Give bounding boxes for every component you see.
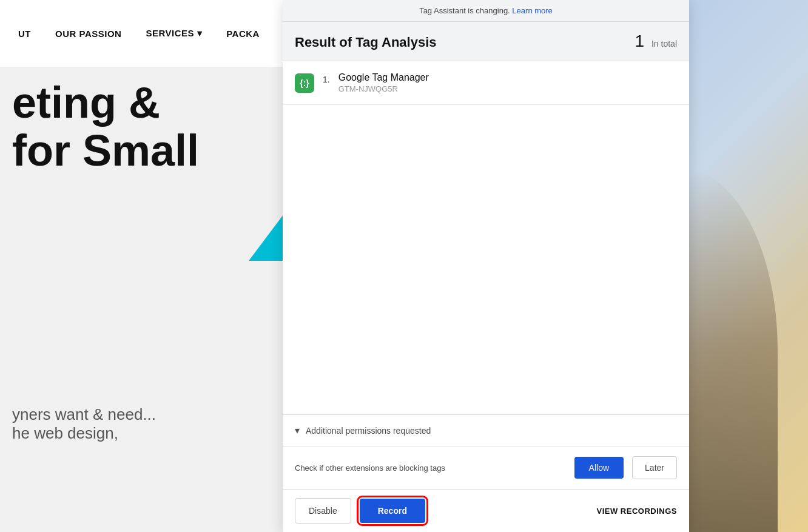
- tag-item[interactable]: {:} 1. Google Tag Manager GTM-NJWQG5R: [283, 61, 689, 105]
- banner-text: Tag Assistant is changing.: [419, 6, 510, 15]
- panel-count-label: In total: [651, 39, 677, 49]
- check-extensions-row: Check if other extensions are blocking t…: [283, 446, 689, 489]
- tag-assistant-panel: Tag Assistant is changing. Learn more Re…: [283, 0, 689, 532]
- tag-number: 1.: [323, 75, 330, 84]
- allow-button[interactable]: Allow: [574, 457, 624, 479]
- nav-item-ut[interactable]: UT: [18, 29, 31, 39]
- tag-name: Google Tag Manager: [338, 72, 429, 83]
- chevron-down-icon: ▾: [295, 425, 300, 436]
- panel-title-row: Result of Tag Analysis 1 In total: [283, 22, 689, 61]
- bottom-action-row: Disable Record VIEW RECORDINGS: [283, 489, 689, 532]
- permissions-label: Additional permissions requested: [306, 426, 431, 436]
- disable-button[interactable]: Disable: [295, 498, 351, 524]
- permissions-section[interactable]: ▾ Additional permissions requested: [283, 414, 689, 446]
- panel-count: 1: [635, 32, 644, 51]
- hero-sub2: he web design,: [12, 424, 199, 443]
- record-button[interactable]: Record: [360, 499, 425, 523]
- later-button[interactable]: Later: [632, 456, 677, 479]
- record-button-wrapper: Record: [360, 499, 425, 523]
- nav-item-passion[interactable]: OUR PASSION: [55, 29, 121, 39]
- hero-sub1: yners want & need...: [12, 405, 199, 424]
- check-extensions-text: Check if other extensions are blocking t…: [295, 463, 566, 473]
- tag-id: GTM-NJWQG5R: [338, 84, 429, 93]
- panel-title: Result of Tag Analysis: [295, 35, 627, 50]
- tag-icon-text: {:}: [300, 78, 309, 88]
- blue-triangle-decoration: [249, 212, 285, 261]
- hero-section: eting & for Small yners want & need... h…: [12, 79, 199, 443]
- panel-banner: Tag Assistant is changing. Learn more: [283, 0, 689, 22]
- nav-item-packa[interactable]: PACKA: [226, 29, 260, 39]
- view-recordings-button[interactable]: VIEW RECORDINGS: [597, 507, 677, 516]
- tag-gtm-icon: {:}: [295, 73, 314, 93]
- tag-info: Google Tag Manager GTM-NJWQG5R: [338, 72, 429, 93]
- hero-line1: eting &: [12, 79, 199, 127]
- tag-list: {:} 1. Google Tag Manager GTM-NJWQG5R: [283, 61, 689, 414]
- learn-more-link[interactable]: Learn more: [512, 6, 552, 15]
- nav-item-services[interactable]: SERVICES: [146, 28, 202, 39]
- hero-line2: for Small: [12, 127, 199, 175]
